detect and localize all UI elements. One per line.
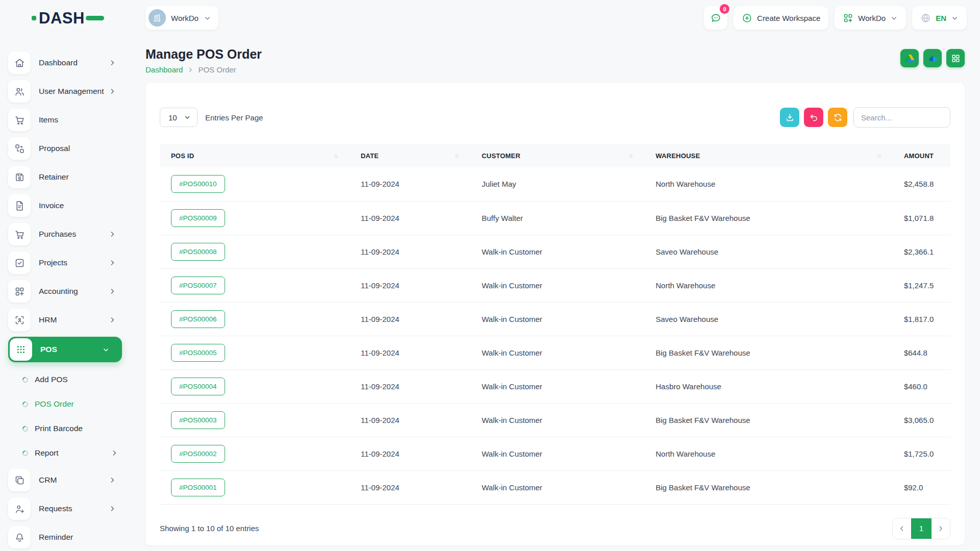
- sidebar-item-requests[interactable]: Requests: [8, 497, 122, 520]
- sort-icon[interactable]: ↑↓: [877, 153, 880, 159]
- date-cell: 11-09-2024: [350, 235, 471, 268]
- amount-cell: $644.8: [893, 336, 950, 369]
- column-header-customer[interactable]: CUSTOMER↑↓: [471, 144, 645, 167]
- create-workspace-button[interactable]: Create Workspace: [733, 6, 828, 30]
- google-drive-button[interactable]: [900, 49, 919, 67]
- pos-id-badge[interactable]: #POS00008: [171, 243, 225, 261]
- onedrive-button[interactable]: [923, 49, 942, 67]
- sidebar-subitem-add-pos[interactable]: Add POS: [0, 367, 130, 392]
- customer-cell: Buffy Walter: [471, 201, 645, 235]
- search-input[interactable]: [853, 107, 950, 128]
- table-row: #POS00007 11-09-2024 Walk-in Customer No…: [160, 268, 950, 302]
- logo-text: DASH: [39, 10, 85, 26]
- sidebar-item-crm[interactable]: CRM: [8, 468, 122, 492]
- customer-cell: Walk-in Customer: [471, 369, 645, 403]
- sort-icon[interactable]: ↑↓: [455, 153, 458, 159]
- undo-button[interactable]: [804, 108, 823, 127]
- next-page-button[interactable]: [932, 518, 950, 539]
- pos-id-badge[interactable]: #POS00002: [171, 445, 225, 463]
- pos-id-badge[interactable]: #POS00006: [171, 310, 225, 328]
- check-square-icon: [8, 252, 31, 274]
- table-head: POS ID↑↓DATE↑↓CUSTOMER↑↓WAREHOUSE↑↓AMOUN…: [160, 144, 950, 167]
- breadcrumb-dashboard-link[interactable]: Dashboard: [145, 65, 183, 74]
- download-button[interactable]: [780, 108, 799, 127]
- bullet-icon: [21, 375, 30, 384]
- pos-id-badge[interactable]: #POS00007: [171, 277, 225, 294]
- app-root: DASH Dashboard User Management Items Pro…: [0, 0, 980, 551]
- quick-actions: [900, 49, 965, 67]
- logo-dot-icon: [32, 16, 36, 20]
- amount-cell: $460.0: [893, 369, 950, 403]
- chevron-right-icon: [109, 59, 116, 66]
- chevron-right-icon: [109, 505, 116, 512]
- date-cell: 11-09-2024: [350, 201, 471, 235]
- file-icon: [8, 194, 31, 217]
- refresh-button[interactable]: [828, 108, 847, 127]
- sidebar-item-purchases[interactable]: Purchases: [8, 222, 122, 246]
- sort-icon[interactable]: ↑↓: [334, 153, 337, 159]
- column-header-amount: AMOUNT: [893, 144, 950, 167]
- column-header-date[interactable]: DATE↑↓: [350, 144, 471, 167]
- amount-cell: $1,817.0: [893, 302, 950, 336]
- chevron-right-icon: [187, 67, 193, 73]
- date-cell: 11-09-2024: [350, 437, 471, 470]
- page-number-button[interactable]: 1: [911, 518, 932, 539]
- chevron-down-icon: [102, 346, 110, 354]
- warehouse-cell: Big Basket F&V Warehouse: [645, 403, 893, 437]
- sidebar-item-pos[interactable]: POS: [8, 337, 122, 362]
- sidebar-item-hrm[interactable]: HRM: [8, 308, 122, 332]
- sidebar-item-retainer[interactable]: Retainer: [8, 165, 122, 189]
- pos-id-badge[interactable]: #POS00004: [171, 378, 225, 395]
- warehouse-cell: Saveo Warehouse: [645, 235, 893, 268]
- grid-plus-icon: [8, 280, 31, 303]
- sidebar-subitem-report[interactable]: Report: [0, 441, 130, 465]
- logo-dash-icon: [86, 16, 104, 20]
- sidebar-item-projects[interactable]: Projects: [8, 251, 122, 274]
- sidebar-item-proposal[interactable]: Proposal: [8, 137, 122, 160]
- workspace-name: WorkDo: [171, 14, 199, 22]
- table-row: #POS00006 11-09-2024 Walk-in Customer Sa…: [160, 302, 950, 336]
- amount-cell: $3,065.0: [893, 403, 950, 437]
- pos-id-badge[interactable]: #POS00010: [171, 175, 225, 193]
- customer-cell: Walk-in Customer: [471, 268, 645, 302]
- brand-logo[interactable]: DASH: [0, 0, 130, 36]
- table-row: #POS00008 11-09-2024 Walk-in Customer Sa…: [160, 235, 950, 268]
- pos-id-badge[interactable]: #POS00003: [171, 411, 225, 429]
- sidebar-item-user-management[interactable]: User Management: [8, 80, 122, 103]
- chevron-right-icon: [109, 231, 116, 238]
- entries-per-page-select[interactable]: 10: [160, 108, 198, 127]
- app-menu-button[interactable]: WorkDo: [835, 6, 906, 30]
- column-header-pos-id[interactable]: POS ID↑↓: [160, 144, 350, 167]
- messages-button[interactable]: 0: [704, 6, 727, 30]
- amount-cell: $1,725.0: [893, 437, 950, 470]
- sidebar-item-invoice[interactable]: Invoice: [8, 194, 122, 217]
- sidebar-item-items[interactable]: Items: [8, 108, 122, 132]
- building-icon: [152, 13, 162, 23]
- sidebar-item-dashboard[interactable]: Dashboard: [8, 51, 122, 74]
- sidebar-item-reminder[interactable]: Reminder: [8, 525, 122, 549]
- sidebar-subitem-pos-order[interactable]: POS Order: [0, 392, 130, 416]
- previous-page-button[interactable]: [893, 518, 911, 539]
- pos-id-badge[interactable]: #POS00009: [171, 209, 225, 227]
- sidebar-item-accounting[interactable]: Accounting: [8, 280, 122, 303]
- sidebar-subitem-print-barcode[interactable]: Print Barcode: [0, 416, 130, 441]
- table-body: #POS00010 11-09-2024 Juliet May North Wa…: [160, 167, 950, 504]
- chevron-right-icon: [109, 88, 116, 95]
- header-row: POS ID↑↓DATE↑↓CUSTOMER↑↓WAREHOUSE↑↓AMOUN…: [160, 144, 950, 167]
- entries-per-page-label: Entries Per Page: [205, 113, 263, 122]
- pos-id-badge[interactable]: #POS00005: [171, 344, 225, 362]
- sort-icon[interactable]: ↑↓: [629, 153, 632, 159]
- amount-cell: $2,366.1: [893, 235, 950, 268]
- page-title: Manage POS Order: [145, 47, 262, 61]
- warehouse-cell: Big Basket F&V Warehouse: [645, 336, 893, 369]
- chevron-right-icon: [109, 259, 116, 266]
- workspace-switcher[interactable]: WorkDo: [145, 6, 218, 30]
- customer-cell: Walk-in Customer: [471, 470, 645, 504]
- pos-id-badge[interactable]: #POS00001: [171, 479, 225, 496]
- table-row: #POS00005 11-09-2024 Walk-in Customer Bi…: [160, 336, 950, 369]
- language-selector[interactable]: EN: [912, 6, 967, 30]
- column-header-warehouse[interactable]: WAREHOUSE↑↓: [645, 144, 893, 167]
- apps-grid-button[interactable]: [946, 49, 965, 67]
- bullet-icon: [21, 400, 30, 408]
- customer-cell: Walk-in Customer: [471, 235, 645, 268]
